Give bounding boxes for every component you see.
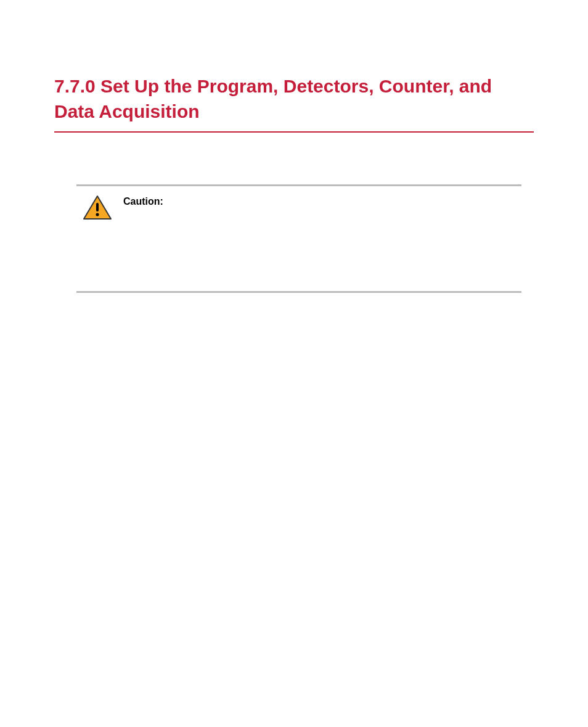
title-divider — [54, 131, 534, 133]
caution-label: Caution: — [123, 196, 163, 207]
warning-icon — [83, 195, 112, 223]
caution-box: Caution: — [76, 184, 521, 293]
svg-point-1 — [96, 213, 99, 216]
section-title: 7.7.0 Set Up the Program, Detectors, Cou… — [54, 74, 534, 124]
svg-rect-0 — [96, 203, 99, 212]
